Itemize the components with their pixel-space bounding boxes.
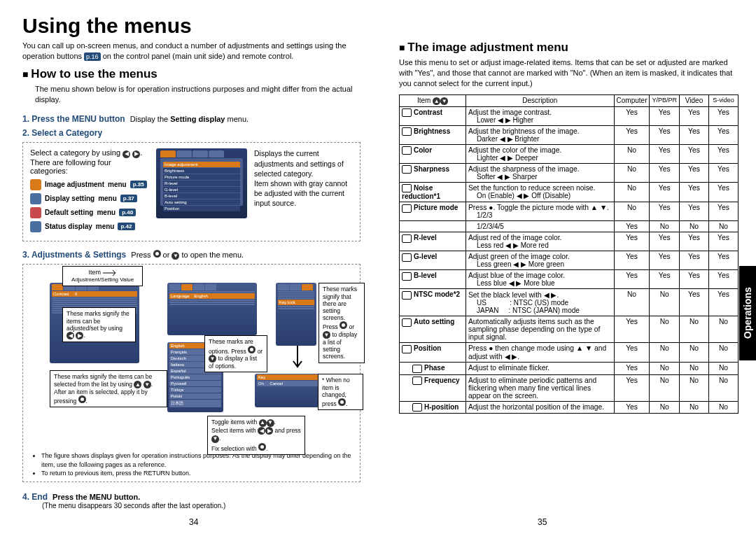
item-icon (402, 318, 412, 327)
callout-nochange: * When no item is changed, press . (318, 374, 363, 410)
item-icon (402, 253, 412, 262)
item-icon (402, 291, 412, 300)
category-screenshot: Image adjustment Brightness Picture mode… (156, 148, 247, 218)
enter-icon (248, 346, 255, 353)
table-row: Picture modePress ●. Toggle the picture … (400, 202, 738, 221)
step2-label: 2. Select a Category (22, 128, 102, 138)
category-list: Image adjustment menu p.35 Display setti… (30, 179, 149, 232)
right-page: The image adjustment menu Use this menu … (378, 0, 738, 534)
cat-item: Display setting menu p.37 (30, 193, 149, 204)
table-row: H-positionAdjust the horizontal position… (400, 401, 738, 413)
item-icon (402, 108, 412, 117)
side-tab-operations: Operations (739, 266, 756, 360)
step4-note: (The menu disappears 30 seconds after th… (42, 502, 360, 510)
table-header-row: Item ▲▼ Description Computer Y/PB/PR Vid… (400, 94, 738, 107)
menu-panel-4: Key lock (276, 283, 316, 346)
table-row: G-levelAdjust green of the image color.L… (400, 251, 738, 270)
page-number-left: 34 (189, 517, 198, 527)
adjustments-box: Item Adjustment/Setting Value Contrast 0… (22, 264, 360, 482)
right-arrow-icon: ▶ (132, 150, 140, 158)
table-row: Auto settingAutomatically adjusts items … (400, 316, 738, 343)
callout-options: These marks are options. Press or ▼ to d… (204, 335, 267, 372)
table-row: NTSC mode*2Set the black level with ◀ ▶.… (400, 289, 738, 316)
table-row: FrequencyAdjust to eliminate periodic pa… (400, 374, 738, 401)
table-row: ContrastAdjust the image contrast.Lower … (400, 107, 738, 126)
down-arrow-connector-icon (292, 346, 303, 371)
callout-item-label: Item Adjustment/Setting Value (62, 266, 143, 286)
callout-list-select: These marks signify the items can be sel… (50, 370, 167, 407)
item-icon (402, 184, 412, 192)
image-intro: Use this menu to set or adjust image-rel… (399, 57, 738, 89)
table-row: R-levelAdjust red of the image color.Les… (400, 232, 738, 251)
notes-list: The figure shows displays given for oper… (34, 451, 356, 477)
display-setting-icon (30, 193, 41, 204)
table-row: B-levelAdjust blue of the image color.Le… (400, 270, 738, 289)
item-icon (412, 377, 422, 385)
left-arrow-icon: ◀ (122, 150, 130, 158)
item-icon (402, 345, 412, 353)
page-ref-badge: p.16 (84, 52, 101, 61)
up-arrow-icon: ▲ (134, 381, 141, 388)
cat-item: Default setting menu p.40 (30, 207, 149, 218)
callout-setting-screens: These marks signify that there are setti… (318, 283, 365, 363)
callout-toggle: Toggle items with ▲▼. Select items with … (207, 416, 305, 455)
item-icon (402, 234, 412, 243)
menu-panel-5: Key On Cancel (255, 374, 321, 407)
page-title: Using the menus (22, 14, 360, 38)
item-icon (412, 403, 422, 412)
category-box: Select a category by using ◀ ▶. There ar… (22, 142, 360, 241)
cat-item: Image adjustment menu p.35 (30, 179, 149, 190)
category-right-text: Displays the current adjustments and set… (254, 148, 353, 235)
adjustment-table: Item ▲▼ Description Computer Y/PB/PR Vid… (399, 94, 738, 414)
down-arrow-icon: ▼ (172, 252, 179, 260)
step1-label: 1. Press the MENU button (22, 114, 125, 124)
image-adj-icon (30, 179, 41, 190)
status-display-icon (30, 221, 41, 232)
table-row: PositionPress ● then change mode using ▲… (400, 343, 738, 363)
step4-label: 4. End (22, 492, 48, 502)
page-number-right: 35 (538, 517, 547, 527)
intro-text: You can call up on-screen menus, and con… (22, 41, 360, 62)
step4-text: Press the MENU button. (52, 493, 140, 501)
section-how-heading: How to use the menus (22, 67, 360, 81)
default-setting-icon (30, 207, 41, 218)
left-page: Using the menus You can call up on-scree… (0, 0, 378, 534)
step3-label: 3. Adjustments & Settings (22, 250, 126, 260)
table-row: ColorAdjust the color of the image.Light… (400, 145, 738, 164)
item-icon (402, 204, 412, 213)
table-row: BrightnessAdjust the brightness of the i… (400, 126, 738, 145)
callout-adjset: These marks signify the items can be adj… (62, 307, 136, 342)
section-image-heading: The image adjustment menu (399, 41, 738, 55)
item-icon (402, 272, 412, 281)
enter-icon (153, 250, 161, 258)
how-intro: The menu shown below is for operation in… (35, 84, 360, 105)
table-row: 1/2/3/4/5YesNoNoNo (400, 221, 738, 232)
table-row: PhaseAdjust to eliminate flicker.YesNoNo… (400, 363, 738, 374)
item-icon (402, 127, 412, 136)
item-icon (402, 165, 412, 174)
menu-panel-2: Language English (167, 283, 257, 335)
enter-icon (78, 395, 86, 403)
item-icon (402, 146, 412, 155)
table-row: SharpnessAdjust the sharpness of the ima… (400, 164, 738, 183)
down-arrow-icon: ▼ (144, 381, 151, 388)
table-row: Noise reduction*1Set the function to red… (400, 183, 738, 202)
cat-item: Status display menu p.42 (30, 221, 149, 232)
item-icon (412, 365, 422, 373)
